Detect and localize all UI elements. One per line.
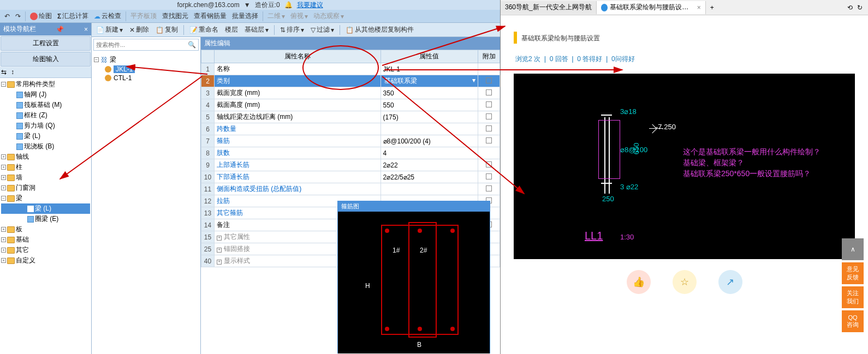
checkbox[interactable] <box>486 125 492 131</box>
tree-node-ringbeam[interactable]: 圈梁 (E) <box>1 214 90 224</box>
expand-icon[interactable]: + <box>1 248 6 253</box>
prop-row[interactable]: 2类别基础联系梁 ▾ <box>201 75 500 87</box>
expand-icon[interactable]: + <box>1 185 6 190</box>
batch-select-button[interactable]: 批量选择 <box>230 10 260 22</box>
view-rebar-button[interactable]: 查看钢筋量 <box>192 10 229 22</box>
suggest-link[interactable]: 我要建议 <box>297 1 323 10</box>
browser-tab-1[interactable]: 360导航_新一代安全上网导航 <box>501 1 597 14</box>
dynamic-view-button[interactable]: 动态观察 ▾ <box>311 10 346 22</box>
search-box[interactable]: 🔍 <box>93 39 199 51</box>
expand-icon[interactable]: + <box>1 165 6 170</box>
prop-row[interactable]: 4截面高度 (mm)550 <box>201 99 500 111</box>
vote-share-button[interactable]: ↗ <box>718 270 742 294</box>
filter-button[interactable]: ▽过滤 ▾ <box>308 24 336 35</box>
bell-icon[interactable]: 🔔 <box>284 1 293 9</box>
prop-row[interactable]: 1名称JKL-1 <box>201 63 500 75</box>
expand-icon[interactable]: + <box>1 175 6 180</box>
qq-button[interactable]: QQ 咨询 <box>842 310 864 332</box>
redo-button[interactable]: ↷ <box>13 11 23 21</box>
back-to-top-button[interactable]: ∧ <box>842 238 864 260</box>
close-icon[interactable]: × <box>84 26 88 33</box>
dim-2d-button[interactable]: 二维 ▾ <box>265 10 287 22</box>
draw-input-button[interactable]: 绘图输入 <box>1 52 91 67</box>
col-name-header: 属性名称 <box>215 50 381 63</box>
expand-icon[interactable]: + <box>1 154 6 159</box>
delete-button[interactable]: ✕删除 <box>127 24 151 35</box>
folder-icon <box>7 195 15 202</box>
search-input[interactable] <box>96 41 188 48</box>
window-sync-icon[interactable]: ⟲ <box>847 4 853 11</box>
floor-select[interactable]: 基础层 ▾ <box>242 24 271 35</box>
checkbox[interactable] <box>486 77 492 83</box>
prop-row[interactable]: 5轴线距梁左边线距离 (mm)(175) <box>201 111 500 123</box>
prop-row[interactable]: 7箍筋⌀8@100/200 (4) <box>201 135 500 147</box>
col-extra-header: 附加 <box>478 50 500 63</box>
checkbox[interactable] <box>486 101 492 107</box>
checkbox[interactable] <box>486 137 492 143</box>
follow-button[interactable]: 关注 我们 <box>842 286 864 308</box>
collapse-icon[interactable]: − <box>1 196 6 201</box>
tree-node-castslab[interactable]: 现浇板 (B) <box>1 141 90 152</box>
rebar-diagram-panel[interactable]: 箍筋图 1# 2# H B <box>337 201 490 353</box>
folder-icon <box>7 257 15 264</box>
category-tree[interactable]: −常用构件类型 轴网 (J) 筏板基础 (M) 框柱 (Z) 剪力墙 (Q) 梁… <box>0 78 91 354</box>
pin-icon[interactable]: 📌 <box>56 26 64 33</box>
tree-node-shearwall[interactable]: 剪力墙 (Q) <box>1 121 90 131</box>
prop-row[interactable]: 11侧面构造或受扭筋 (总配筋值) <box>201 183 500 195</box>
application-window: forpk.chen@163.com ▼ 造价豆:0 🔔 我要建议 ↶ ↷ 绘图… <box>0 0 501 354</box>
svg-rect-1 <box>409 223 436 337</box>
prop-row[interactable]: 8肢数4 <box>201 147 500 159</box>
checkbox[interactable] <box>486 161 492 167</box>
vote-star-button[interactable]: ☆ <box>673 270 697 294</box>
search-icon[interactable]: 🔍 <box>188 41 196 49</box>
item-ctl-1[interactable]: CTL-1 <box>94 74 198 82</box>
folder-icon <box>7 154 15 160</box>
window-restore-icon[interactable]: ↻ <box>857 4 863 11</box>
prop-row[interactable]: 9上部通长筋2⌀22 <box>201 159 500 171</box>
undo-button[interactable]: ↶ <box>2 11 12 21</box>
new-button[interactable]: 📄新建 ▾ <box>94 24 125 35</box>
eng-settings-button[interactable]: 工程设置 <box>1 36 91 51</box>
lookdown-button[interactable]: 俯视 ▾ <box>288 10 310 22</box>
expand-icon[interactable]: + <box>1 237 6 242</box>
prop-row[interactable]: 10下部通长筋2⌀22/5⌀25 <box>201 171 500 183</box>
new-tab-button[interactable]: + <box>706 4 718 11</box>
item-jkl-1[interactable]: JKL-1 <box>94 65 198 74</box>
cloud-check-button[interactable]: ☁云检查 <box>92 10 123 22</box>
label-1: 1# <box>393 247 400 254</box>
draw-button[interactable]: 绘图 <box>28 10 54 22</box>
collapse-icon[interactable]: − <box>1 82 6 87</box>
rebar-diagram-title: 箍筋图 <box>338 201 490 212</box>
component-tree[interactable]: −⛓梁 JKL-1 CTL-1 <box>92 52 200 354</box>
expand-icon[interactable]: + <box>1 258 6 263</box>
cad-label: 1:30 <box>620 233 634 241</box>
tree-root[interactable]: −⛓梁 <box>94 55 198 65</box>
tree-node-axisnet[interactable]: 轴网 (J) <box>1 89 90 100</box>
sort-button[interactable]: ⇅排序 ▾ <box>278 24 306 35</box>
checkbox[interactable] <box>486 185 492 191</box>
prop-row[interactable]: 6跨数量 <box>201 123 500 135</box>
browser-tab-2[interactable]: 基础联系梁绘制与腰筋设置_广联× <box>597 1 706 14</box>
prop-row[interactable]: 3截面宽度 (mm)350 <box>201 87 500 99</box>
find-graph-button[interactable]: 查找图元 <box>160 10 191 22</box>
tree-node-beam-L[interactable]: 梁 (L) <box>1 203 90 214</box>
close-tab-icon[interactable]: × <box>697 4 701 11</box>
checkbox[interactable] <box>486 89 492 95</box>
tree-node-framecol[interactable]: 框柱 (Z) <box>1 110 90 121</box>
sum-calc-button[interactable]: Σ 汇总计算 <box>55 10 91 22</box>
tool-icon[interactable]: ⇆ <box>1 68 10 77</box>
folder-icon <box>7 164 15 171</box>
expand-icon[interactable]: + <box>1 227 6 232</box>
tool-icon[interactable]: ↕ <box>11 68 20 77</box>
tree-node-raft[interactable]: 筏板基础 (M) <box>1 100 90 110</box>
level-board-button[interactable]: 平齐板顶 <box>128 10 159 22</box>
copy-button[interactable]: 📋复制 <box>153 24 180 35</box>
checkbox[interactable] <box>486 113 492 119</box>
nav-tool-row: ⇆ ↕ <box>0 67 91 78</box>
vote-like-button[interactable]: 👍 <box>627 270 651 294</box>
copy-from-floor-button[interactable]: 📋从其他楼层复制构件 <box>343 24 416 35</box>
feedback-button[interactable]: 意见 反馈 <box>842 262 864 284</box>
rename-button[interactable]: 📝重命名 <box>187 24 221 35</box>
tree-node-beam[interactable]: 梁 (L) <box>1 131 90 141</box>
checkbox[interactable] <box>486 173 492 179</box>
